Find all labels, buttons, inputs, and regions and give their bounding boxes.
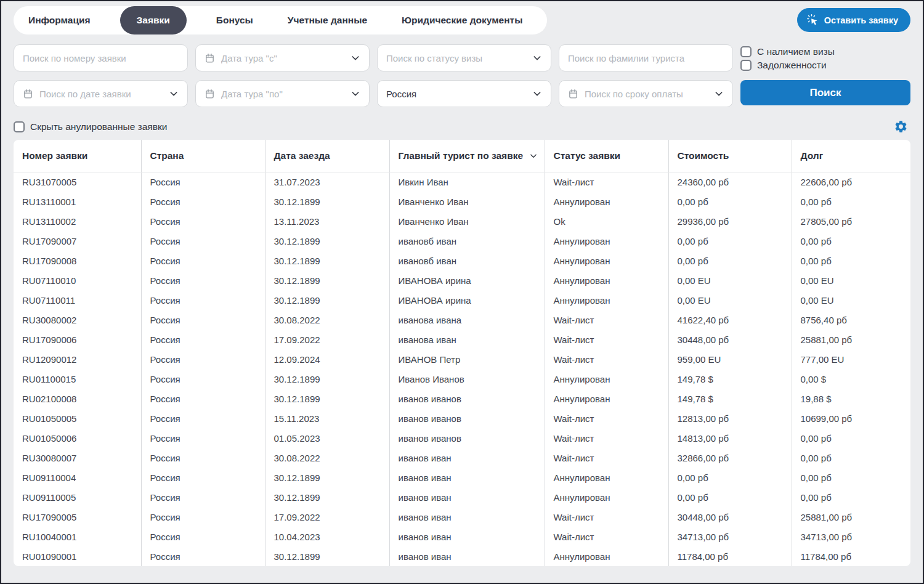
settings-gear-icon[interactable] xyxy=(894,120,908,134)
search-button[interactable]: Поиск xyxy=(740,80,910,105)
column-header-request-status: Статус заявки xyxy=(545,140,668,172)
table-row[interactable]: RU09110005Россия30.12.1899иванов иванАнн… xyxy=(14,487,910,507)
table-row[interactable]: RU10040001Россия10.04.2023иванов иванWai… xyxy=(14,527,910,546)
hide-cancelled-label: Скрыть анулированные заявки xyxy=(30,121,167,132)
table-cell: RU17090008 xyxy=(14,251,141,270)
table-cell: Россия xyxy=(141,251,265,270)
table-row[interactable]: RU17090005Россия17.09.2022иванов иванWai… xyxy=(14,507,910,527)
table-cell: Россия xyxy=(141,290,265,310)
table-row[interactable]: RU01090001Россия30.12.1899иванов иванАнн… xyxy=(14,546,910,566)
column-header-main-tourist[interactable]: Главный турист по заявке xyxy=(389,140,545,172)
table-cell: Ok xyxy=(545,211,668,231)
table-cell: 12.09.2024 xyxy=(265,349,389,369)
table-cell: иванов иван xyxy=(389,546,545,566)
table-row[interactable]: RU17090007Россия30.12.1899ивановб иванАн… xyxy=(14,231,910,251)
table-cell: RU30080002 xyxy=(14,310,141,330)
table-row[interactable]: RU13110001Россия30.12.1899Иванченко Иван… xyxy=(14,192,910,211)
tab-applications[interactable]: Заявки xyxy=(120,6,187,34)
table-row[interactable]: RU01050006Россия01.05.2023иванов ивановW… xyxy=(14,428,910,448)
tour-date-to-field[interactable]: Дата тура "по" xyxy=(195,80,370,107)
table-cell: Иванченко Иван xyxy=(389,192,545,211)
table-cell: Россия xyxy=(141,448,265,468)
table-cell: RU13110001 xyxy=(14,192,141,211)
table-cell: Аннулирован xyxy=(545,231,668,251)
table-cell: 30.12.1899 xyxy=(265,546,389,566)
table-cell: RU07110011 xyxy=(14,290,141,310)
hide-cancelled-checkbox[interactable]: Скрыть анулированные заявки xyxy=(14,121,167,132)
table-cell: Wait-лист xyxy=(545,172,668,192)
table-cell: Иванов Иванов xyxy=(389,369,545,389)
table-row[interactable]: RU30080007Россия30.08.2022иванов иванWai… xyxy=(14,448,910,468)
debts-checkbox[interactable]: Задолженности xyxy=(740,60,910,71)
leave-request-button[interactable]: Оставить заявку xyxy=(797,8,910,32)
table-cell: 12813,00 рб xyxy=(668,408,792,428)
table-row[interactable]: RU07110011Россия30.12.1899ИВАНОВА иринаА… xyxy=(14,290,910,310)
table-cell: 31.07.2023 xyxy=(265,172,389,192)
table-cell: 30.12.1899 xyxy=(265,290,389,310)
table-row[interactable]: RU17090008Россия30.12.1899ивановб иванАн… xyxy=(14,251,910,270)
payment-due-placeholder: Поиск по сроку оплаты xyxy=(585,89,708,99)
table-row[interactable]: RU17090006Россия17.09.2022иванова иванWa… xyxy=(14,330,910,349)
table-row[interactable]: RU07110010Россия30.12.1899ИВАНОВА иринаА… xyxy=(14,270,910,290)
table-cell: иванов иван xyxy=(389,527,545,546)
table-row[interactable]: RU01050005Россия15.11.2023иванов ивановW… xyxy=(14,408,910,428)
visa-availability-checkbox[interactable]: С наличием визы xyxy=(740,46,910,57)
visa-availability-label: С наличием визы xyxy=(757,46,835,57)
table-row[interactable]: RU31070005Россия31.07.2023Ивкин ИванWait… xyxy=(14,172,910,192)
tour-date-from-field[interactable]: Дата тура "с" xyxy=(195,44,370,71)
table-row[interactable]: RU13110002Россия13.11.2023Иванченко Иван… xyxy=(14,211,910,231)
column-header-debt: Долг xyxy=(792,140,910,172)
table-cell: Аннулирован xyxy=(545,468,668,487)
table-cell: Wait-лист xyxy=(545,527,668,546)
tab-bonuses[interactable]: Бонусы xyxy=(211,15,258,26)
table-cell: 0,00 EU xyxy=(668,270,792,290)
country-value: Россия xyxy=(386,89,526,99)
table-cell: 13.11.2023 xyxy=(265,211,389,231)
table-cell: Аннулирован xyxy=(545,546,668,566)
applications-page: Информация Заявки Бонусы Учетные данные … xyxy=(1,1,923,566)
visa-status-select[interactable]: Поиск по статусу визы xyxy=(377,44,551,71)
table-row[interactable]: RU02100008Россия30.12.1899иванов ивановА… xyxy=(14,389,910,408)
table-cell: 0,00 рб xyxy=(668,192,792,211)
table-cell: Россия xyxy=(141,408,265,428)
table-cell: 0,00 рб xyxy=(668,231,792,251)
request-date-placeholder: Поиск по дате заявки xyxy=(39,89,163,99)
table-header: Номер заявки Страна Дата заезда Главный … xyxy=(14,140,910,172)
table-cell: иванов иванов xyxy=(389,389,545,408)
table-cell: 0,00 EU xyxy=(792,290,910,310)
chevron-down-icon xyxy=(714,89,724,99)
table-cell: иванов иванов xyxy=(389,428,545,448)
table-row[interactable]: RU30080002Россия30.08.2022иванова иванаW… xyxy=(14,310,910,330)
table-cell: 24360,00 рб xyxy=(668,172,792,192)
table-cell: 0,00 рб xyxy=(792,231,910,251)
table-cell: 0,00 рб xyxy=(792,428,910,448)
chevron-down-icon xyxy=(169,89,179,99)
table-cell: ИВАНОВА ирина xyxy=(389,290,545,310)
table-cell: 34713,00 рб xyxy=(668,527,792,546)
tab-bar: Информация Заявки Бонусы Учетные данные … xyxy=(14,6,547,34)
table-cell: 25881,00 рб xyxy=(792,507,910,527)
payment-due-field[interactable]: Поиск по сроку оплаты xyxy=(559,80,733,107)
table-cell: 30.12.1899 xyxy=(265,487,389,507)
sort-chevron-icon[interactable] xyxy=(529,152,538,160)
table-controls-row: Скрыть анулированные заявки xyxy=(14,120,910,134)
table-row[interactable]: RU01100015Россия30.12.1899Иванов ИвановА… xyxy=(14,369,910,389)
request-number-input[interactable] xyxy=(23,53,179,63)
table-cell: Россия xyxy=(141,468,265,487)
tab-account-data[interactable]: Учетные данные xyxy=(283,15,372,26)
table-cell: RU17090007 xyxy=(14,231,141,251)
table-row[interactable]: RU12090012Россия12.09.2024ИВАНОВ ПетрWai… xyxy=(14,349,910,369)
tourist-surname-field[interactable] xyxy=(559,44,733,71)
table-cell: 01.05.2023 xyxy=(265,428,389,448)
request-number-field[interactable] xyxy=(14,44,188,71)
country-select[interactable]: Россия xyxy=(377,80,551,107)
request-date-field[interactable]: Поиск по дате заявки xyxy=(14,80,188,107)
table-cell: иванова иван xyxy=(389,330,545,349)
tab-information[interactable]: Информация xyxy=(23,15,95,26)
table-cell: RU02100008 xyxy=(14,389,141,408)
tab-legal-documents[interactable]: Юридические документы xyxy=(397,15,527,26)
column-header-arrival-date: Дата заезда xyxy=(265,140,389,172)
table-row[interactable]: RU09110004Россия30.12.1899иванов иванАнн… xyxy=(14,468,910,487)
tourist-surname-input[interactable] xyxy=(568,53,724,63)
table-cell: Иванченко Иван xyxy=(389,211,545,231)
